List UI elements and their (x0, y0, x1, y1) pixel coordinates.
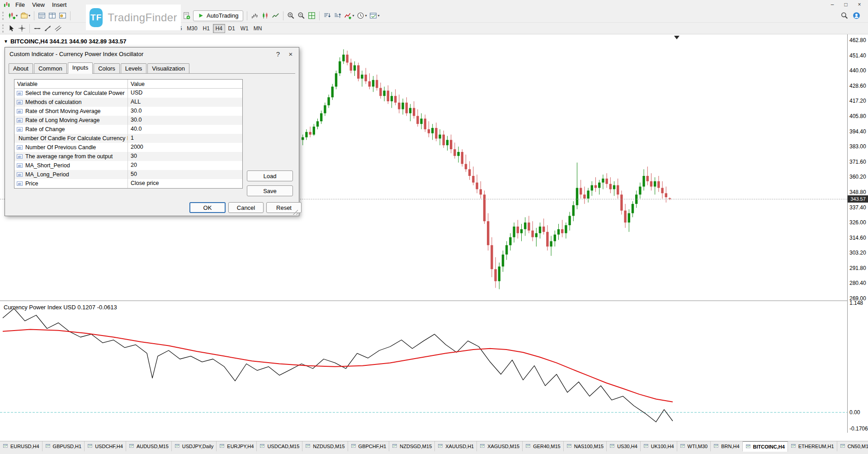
parameter-value-cell[interactable]: USD (128, 89, 242, 98)
cpi-ma-line (3, 330, 673, 402)
bar-chart-mode-button[interactable] (250, 10, 260, 21)
mini-chart-icon (3, 444, 9, 449)
chart-tab-usdchf[interactable]: USDCHF,H4 (85, 441, 126, 451)
chart-tab-audusd[interactable]: AUDUSD,M15 (126, 441, 172, 451)
chart-tab-eurusd[interactable]: EURUSD,H4 (0, 441, 42, 451)
maximize-button[interactable]: □ (839, 0, 853, 9)
menu-file[interactable]: File (12, 1, 28, 9)
navigator-button[interactable] (57, 10, 68, 21)
parameter-value-cell[interactable]: 30 (128, 152, 242, 161)
timeframe-m30[interactable]: M30 (184, 24, 199, 33)
chart-tab-xauusd[interactable]: XAUUSD,H1 (435, 441, 477, 451)
new-chart-button[interactable]: ▾ (6, 10, 19, 21)
toolbar-drag-handle[interactable] (2, 12, 5, 20)
parameter-row[interactable]: Rate of Change40.0 (14, 125, 242, 134)
indicators-button[interactable]: ▾ (343, 10, 355, 21)
timeframe-w1[interactable]: W1 (238, 24, 251, 33)
chart-tab-ethereum[interactable]: ETHEREUM,H1 (788, 441, 837, 451)
new-order-button[interactable] (181, 10, 192, 21)
close-button[interactable]: × (853, 0, 866, 9)
zoom-in-button[interactable] (286, 10, 296, 21)
parameter-value-cell[interactable]: 30.0 (128, 116, 242, 125)
profiles-button[interactable]: ▾ (19, 10, 32, 21)
parameter-row[interactable]: PriceClose price (14, 179, 242, 188)
parameter-value-cell[interactable]: 1 (128, 134, 242, 143)
ok-button[interactable]: OK (189, 202, 226, 213)
crosshair-tool-button[interactable] (17, 23, 27, 34)
parameter-value-cell[interactable]: ALL (128, 98, 242, 107)
trendline-tool-button[interactable] (42, 23, 53, 34)
zoom-out-button[interactable] (296, 10, 307, 21)
dialog-tab-about[interactable]: About (9, 63, 33, 73)
chart-tab-nas100[interactable]: NAS100,M15 (564, 441, 607, 451)
parameter-value-cell[interactable]: Close price (128, 179, 242, 188)
tile-windows-button[interactable] (307, 10, 317, 21)
dialog-tab-colors[interactable]: Colors (94, 63, 120, 73)
chart-tab-uk100[interactable]: UK100,H4 (641, 441, 677, 451)
parameter-row[interactable]: Rate of Long Moving Average30.0 (14, 116, 242, 125)
dialog-tab-inputs[interactable]: Inputs (68, 62, 93, 74)
parameter-row[interactable]: Select the currency for Calculate PowerU… (14, 89, 242, 98)
user-account-button[interactable] (851, 10, 862, 21)
parameter-row[interactable]: The average range from the output30 (14, 152, 242, 161)
parameter-row[interactable]: Methods of calculationALL (14, 98, 242, 107)
horizontal-line-tool-button[interactable] (32, 23, 42, 34)
parameter-value-cell[interactable]: 50 (128, 170, 242, 179)
menu-view[interactable]: View (28, 1, 48, 9)
menu-insert[interactable]: Insert (48, 1, 71, 9)
chart-tab-us30[interactable]: US30,H4 (607, 441, 641, 451)
parameter-row[interactable]: MA_Short_Period20 (14, 161, 242, 170)
cancel-button[interactable]: Cancel (228, 202, 264, 213)
load-button[interactable]: Load (247, 170, 293, 181)
autotrading-button[interactable]: AutoTrading (193, 10, 243, 21)
data-window-button[interactable] (47, 10, 57, 21)
chart-tab-brn[interactable]: BRN,H4 (711, 441, 742, 451)
chart-tab-xagusd[interactable]: XAGUSD,M15 (477, 441, 523, 451)
parameter-value-cell[interactable]: 40.0 (128, 125, 242, 134)
chart-tab-usdcad[interactable]: USDCAD,M15 (257, 441, 302, 451)
parameter-row[interactable]: MA_Long_Period50 (14, 170, 242, 179)
chart-tab-ger40[interactable]: GER40,M15 (523, 441, 564, 451)
candlestick-mode-button[interactable] (260, 10, 270, 21)
chart-tab-cn50[interactable]: CN50,M15 (837, 441, 868, 451)
dialog-tab-common[interactable]: Common (34, 63, 67, 73)
templates-button[interactable]: ▾ (368, 10, 381, 21)
timeframe-h1[interactable]: H1 (200, 24, 212, 33)
chart-tab-usdjpy[interactable]: USDJPY,Daily (172, 441, 217, 451)
parameter-row[interactable]: Number Of Previous Candle2000 (14, 143, 242, 152)
save-button[interactable]: Save (247, 185, 293, 196)
arrange-ascending-button[interactable] (332, 10, 343, 21)
chart-tab-gbpusd[interactable]: GBPUSD,H1 (42, 441, 85, 451)
parameter-value-cell[interactable]: 2000 (128, 143, 242, 152)
market-watch-button[interactable] (37, 10, 47, 21)
chart-tab-nzdusd[interactable]: NZDUSD,M15 (302, 441, 348, 451)
dialog-help-button[interactable]: ? (272, 49, 284, 59)
toolbar-drag-handle-2[interactable] (2, 24, 5, 33)
dialog-titlebar[interactable]: Custom Indicator - Currency Power Index … (5, 47, 299, 60)
timeframe-mn[interactable]: MN (251, 24, 264, 33)
cursor-tool-button[interactable] (6, 23, 17, 34)
arrange-descending-button[interactable] (322, 10, 332, 21)
chart-tab-wti[interactable]: WTI,M30 (677, 441, 711, 451)
periods-button[interactable]: ▾ (355, 10, 368, 21)
channel-tool-button[interactable] (53, 23, 63, 34)
minimize-button[interactable]: – (826, 0, 839, 9)
line-chart-mode-button[interactable] (270, 10, 281, 21)
dialog-close-button[interactable]: × (284, 49, 297, 59)
chart-tab-gbpchf[interactable]: GBPCHF,H1 (348, 441, 390, 451)
search-button[interactable] (839, 10, 849, 21)
dialog-tab-visualization[interactable]: Visualization (147, 63, 189, 73)
chart-symbol-info[interactable]: ▼ BITCOINC,H4 344.21 344.90 342.89 343.5… (4, 38, 126, 45)
timeframe-h4[interactable]: H4 (213, 24, 225, 33)
price-axis[interactable]: 462.80451.40440.00428.60417.20405.80394.… (847, 34, 868, 433)
chart-tab-nzdsgd[interactable]: NZDSGD,M15 (389, 441, 435, 451)
bar-chart-icon (251, 12, 259, 19)
timeframe-d1[interactable]: D1 (226, 24, 238, 33)
parameter-row[interactable]: Rate of Short Moving Average30.0 (14, 107, 242, 116)
parameter-value-cell[interactable]: 20 (128, 161, 242, 170)
dialog-tab-levels[interactable]: Levels (121, 63, 147, 73)
parameter-value-cell[interactable]: 30.0 (128, 107, 242, 116)
chart-tab-eurjpy[interactable]: EURJPY,H4 (217, 441, 257, 451)
chart-tab-bitcoinc[interactable]: BITCOINC,H4 (743, 441, 788, 452)
parameter-row[interactable]: Number Of Candle For Calculate Currency … (14, 134, 242, 143)
